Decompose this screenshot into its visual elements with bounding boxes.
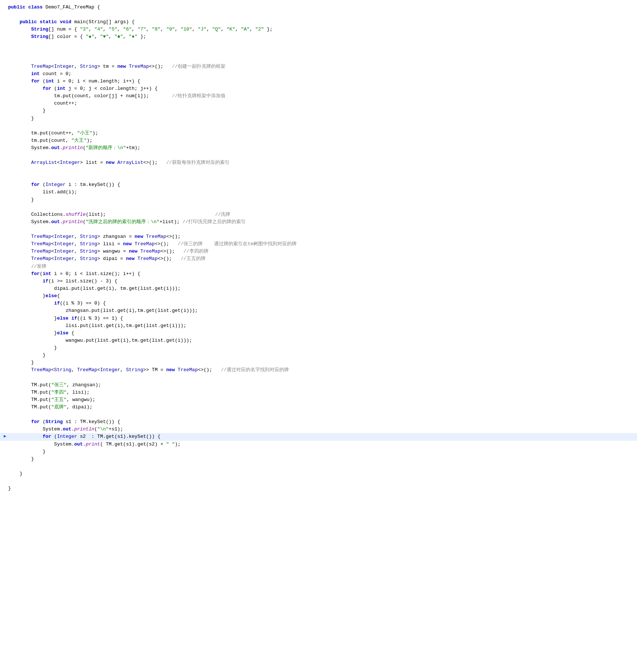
line-content: System.out.print( TM.get(s1).get(s2) + "…	[8, 441, 637, 448]
code-line	[0, 174, 637, 181]
line-content: TreeMap<Integer, String> lisi = new Tree…	[8, 240, 637, 248]
code-line: }	[0, 115, 637, 122]
line-content: }	[8, 107, 637, 115]
code-line: for (int i = 0; i < num.length; i++) {	[0, 78, 637, 85]
line-content: for(int i = 0; i < list.size(); i++) {	[8, 270, 637, 278]
code-line	[0, 166, 637, 174]
code-line: }	[0, 196, 637, 204]
code-line	[0, 56, 637, 63]
code-line: ArrayList<Integer> list = new ArrayList<…	[0, 159, 637, 166]
line-content: String[] num = { "3", "4", "5", "6", "7"…	[8, 26, 637, 33]
line-content: lisi.put(list.get(i),tm.get(list.get(i))…	[8, 322, 637, 330]
line-content: Collections.shuffle(list); //洗牌	[8, 211, 637, 218]
line-content: if(i >= list.size() - 3) {	[8, 278, 637, 285]
code-line: TreeMap<Integer, String> wangwu = new Tr…	[0, 248, 637, 255]
code-line: }else {	[0, 330, 637, 337]
code-line	[0, 411, 637, 418]
code-line: TreeMap<String, TreeMap<Integer, String>…	[0, 366, 637, 374]
line-content: }else {	[8, 330, 637, 337]
line-content: }	[8, 344, 637, 352]
code-line: System.out.println("洗牌之后的牌的索引的顺序：\n"+lis…	[0, 218, 637, 226]
line-content: TreeMap<Integer, String> tm = new TreeMa…	[8, 63, 637, 70]
line-content: String[] color = { "♠", "♥", "♣", "♦" };	[8, 33, 637, 41]
code-line	[0, 226, 637, 233]
code-line	[0, 478, 637, 485]
code-line: TM.put("张三", zhangsan);	[0, 381, 637, 389]
line-content: }	[8, 448, 637, 455]
code-line: if(i >= list.size() - 3) {	[0, 278, 637, 285]
line-content: wangwu.put(list.get(i),tm.get(list.get(i…	[8, 337, 637, 344]
line-content: count++;	[8, 100, 637, 107]
line-content: list.add(i);	[8, 189, 637, 196]
code-line: }else if((i % 3) == 1) {	[0, 315, 637, 322]
code-line: System.out.println("\n"+s1);	[0, 426, 637, 433]
line-content: for (Integer s2 : TM.get(s1).keySet()) {	[8, 433, 637, 440]
line-content: int count = 0;	[8, 70, 637, 78]
code-line: for (int j = 0; j < color.length; j++) {	[0, 85, 637, 92]
line-indicator: ▶	[4, 433, 7, 440]
code-line: //发牌	[0, 263, 637, 270]
line-content: dipai.put(list.get(i), tm.get(list.get(i…	[8, 285, 637, 292]
code-line: wangwu.put(list.get(i),tm.get(list.get(i…	[0, 337, 637, 344]
code-line: System.out.println("新牌的顺序：\n"+tm);	[0, 144, 637, 152]
line-content: }	[8, 470, 637, 478]
line-content: }else{	[8, 292, 637, 300]
code-line: tm.put(count, color[j] + num[i]); //给扑克牌…	[0, 92, 637, 100]
code-line: }	[0, 455, 637, 463]
line-content: TM.put("李四", lisi);	[8, 389, 637, 396]
line-content: //发牌	[8, 263, 637, 270]
code-line: for (String s1 : TM.keySet()) {	[0, 418, 637, 426]
code-line	[0, 204, 637, 211]
line-content: TreeMap<Integer, String> dipai = new Tre…	[8, 255, 637, 263]
code-line: }	[0, 485, 637, 492]
code-line: tm.put(count, "大王");	[0, 137, 637, 144]
line-content: System.out.println("洗牌之后的牌的索引的顺序：\n"+lis…	[8, 218, 637, 226]
line-content: tm.put(count, color[j] + num[i]); //给扑克牌…	[8, 92, 637, 100]
code-line: public class Demo7_FAL_TreeMap {	[0, 4, 637, 11]
line-content: ArrayList<Integer> list = new ArrayList<…	[8, 159, 637, 166]
line-content: TM.put("王五", wangwu);	[8, 396, 637, 404]
code-line: TreeMap<Integer, String> zhangsan = new …	[0, 233, 637, 240]
code-line: TM.put("底牌", dipai);	[0, 404, 637, 411]
line-content: zhangsan.put(list.get(i),tm.get(list.get…	[8, 307, 637, 314]
code-line: count++;	[0, 100, 637, 107]
line-content: tm.put(count, "大王");	[8, 137, 637, 144]
code-line	[0, 11, 637, 18]
code-line: for(int i = 0; i < list.size(); i++) {	[0, 270, 637, 278]
line-content: for (int j = 0; j < color.length; j++) {	[8, 85, 637, 92]
code-line: tm.put(count++, "小王");	[0, 130, 637, 137]
code-line	[0, 48, 637, 56]
code-line: zhangsan.put(list.get(i),tm.get(list.get…	[0, 307, 637, 314]
code-line: if((i % 3) == 0) {	[0, 300, 637, 307]
line-content: TreeMap<Integer, String> wangwu = new Tr…	[8, 248, 637, 255]
line-content: }	[8, 115, 637, 122]
line-content: tm.put(count++, "小王");	[8, 130, 637, 137]
code-line	[0, 152, 637, 159]
line-content: }	[8, 485, 637, 492]
code-line: }	[0, 359, 637, 366]
line-content: public class Demo7_FAL_TreeMap {	[8, 4, 637, 11]
code-line: int count = 0;	[0, 70, 637, 78]
code-line: lisi.put(list.get(i),tm.get(list.get(i))…	[0, 322, 637, 330]
code-editor: public class Demo7_FAL_TreeMap { public …	[0, 0, 637, 672]
code-line	[0, 122, 637, 130]
line-content: for (String s1 : TM.keySet()) {	[8, 418, 637, 426]
code-line	[0, 41, 637, 48]
code-line: }	[0, 448, 637, 455]
code-line: TM.put("李四", lisi);	[0, 389, 637, 396]
line-content: }	[8, 352, 637, 359]
line-content: for (Integer i : tm.keySet()) {	[8, 181, 637, 189]
code-line: }else{	[0, 292, 637, 300]
line-content: }	[8, 196, 637, 204]
code-line: TreeMap<Integer, String> lisi = new Tree…	[0, 240, 637, 248]
line-content: public static void main(String[] args) {	[8, 18, 637, 26]
code-line: dipai.put(list.get(i), tm.get(list.get(i…	[0, 285, 637, 292]
code-line: String[] num = { "3", "4", "5", "6", "7"…	[0, 26, 637, 33]
line-content: }	[8, 359, 637, 366]
code-line: ▶ for (Integer s2 : TM.get(s1).keySet())…	[0, 433, 637, 440]
code-line: TreeMap<Integer, String> tm = new TreeMa…	[0, 63, 637, 70]
code-line: String[] color = { "♠", "♥", "♣", "♦" };	[0, 33, 637, 41]
line-content: for (int i = 0; i < num.length; i++) {	[8, 78, 637, 85]
code-line	[0, 463, 637, 470]
code-line: }	[0, 470, 637, 478]
